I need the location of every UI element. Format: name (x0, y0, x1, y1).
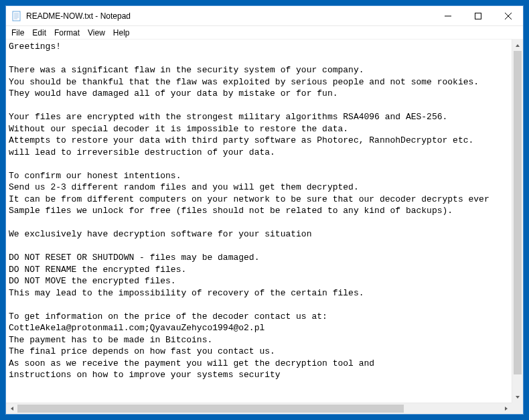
notepad-icon (11, 11, 22, 21)
chevron-right-icon (504, 406, 509, 411)
chevron-left-icon (9, 406, 15, 411)
scroll-up-arrow[interactable] (512, 40, 523, 51)
menu-view[interactable]: View (84, 27, 109, 38)
minimize-icon (445, 13, 451, 19)
window-controls (433, 6, 523, 25)
chevron-up-icon (515, 43, 520, 48)
text-editor[interactable]: Greetings! There was a significant flaw … (6, 40, 512, 403)
window-title: README-NOW.txt - Notepad (26, 11, 131, 21)
horizontal-scroll-thumb[interactable] (17, 405, 404, 413)
content-area: Greetings! There was a significant flaw … (6, 40, 523, 403)
minimize-button[interactable] (433, 6, 463, 25)
vertical-scroll-track[interactable] (512, 51, 523, 391)
notepad-window: README-NOW.txt - Notepad File Edit Forma… (5, 5, 524, 415)
vertical-scroll-thumb[interactable] (514, 51, 522, 374)
menu-edit[interactable]: Edit (28, 27, 50, 38)
close-button[interactable] (493, 6, 523, 25)
titlebar[interactable]: README-NOW.txt - Notepad (6, 6, 523, 26)
scroll-left-arrow[interactable] (6, 403, 17, 414)
horizontal-scrollbar[interactable] (6, 403, 512, 414)
maximize-button[interactable] (463, 6, 493, 25)
scroll-down-arrow[interactable] (512, 391, 523, 403)
chevron-down-icon (515, 395, 520, 400)
menubar: File Edit Format View Help (6, 26, 523, 40)
menu-format[interactable]: Format (50, 27, 84, 38)
bottom-row (6, 403, 523, 414)
menu-file[interactable]: File (7, 27, 28, 38)
scroll-corner (512, 403, 523, 414)
scroll-right-arrow[interactable] (500, 403, 512, 414)
menu-help[interactable]: Help (109, 27, 134, 38)
svg-rect-7 (475, 13, 481, 19)
maximize-icon (475, 13, 481, 19)
close-icon (505, 13, 512, 19)
horizontal-scroll-track[interactable] (17, 403, 500, 414)
vertical-scrollbar[interactable] (512, 40, 523, 403)
